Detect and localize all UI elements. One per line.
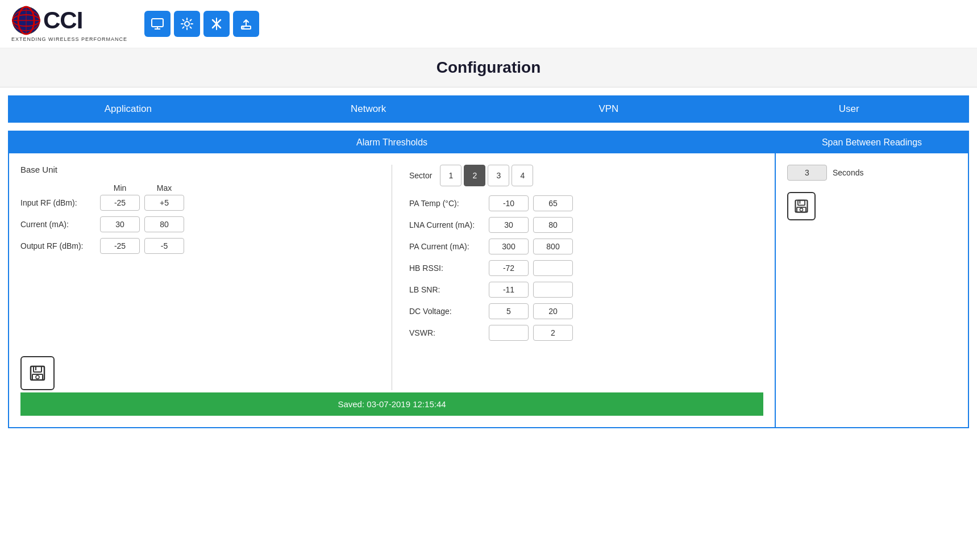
- hb-rssi-max[interactable]: [533, 260, 573, 276]
- base-current-max[interactable]: [144, 216, 184, 232]
- pa-temp-inputs: [489, 195, 573, 211]
- pa-temp-label: PA Temp (°C):: [409, 199, 489, 208]
- base-input-rf-inputs: [100, 195, 184, 211]
- gear-button[interactable]: [174, 11, 200, 37]
- lb-snr-min[interactable]: [489, 282, 529, 298]
- vswr-inputs: [489, 325, 573, 341]
- tab-application[interactable]: Application: [8, 95, 248, 123]
- pa-temp-max[interactable]: [533, 195, 573, 211]
- pa-current-row: PA Current (mA):: [409, 239, 763, 254]
- tab-vpn[interactable]: VPN: [489, 95, 729, 123]
- svg-rect-6: [152, 19, 163, 27]
- lb-snr-row: LB SNR:: [409, 282, 763, 298]
- min-col-header: Min: [100, 183, 140, 193]
- lb-snr-inputs: [489, 282, 573, 298]
- base-current-row: Current (mA):: [20, 216, 375, 232]
- dc-voltage-label: DC Voltage:: [409, 307, 489, 316]
- vswr-min[interactable]: [489, 325, 529, 341]
- span-save-icon: [793, 198, 809, 214]
- logo-area: CCI EXTENDING WIRELESS PERFORMANCE: [11, 6, 127, 42]
- base-output-rf-row: Output RF (dBm):: [20, 238, 375, 254]
- svg-point-23: [800, 208, 803, 211]
- base-output-rf-min[interactable]: [100, 238, 140, 254]
- svg-point-9: [185, 22, 189, 26]
- base-output-rf-inputs: [100, 238, 184, 254]
- base-current-inputs: [100, 216, 184, 232]
- main-area: Alarm Thresholds Base Unit Min Max: [0, 123, 977, 436]
- svg-rect-16: [34, 366, 41, 372]
- pa-current-inputs: [489, 239, 573, 254]
- logo-text: CCI: [43, 9, 82, 32]
- seconds-row: Seconds: [787, 165, 957, 181]
- base-output-rf-label: Output RF (dBm):: [20, 241, 100, 250]
- lna-current-max[interactable]: [533, 217, 573, 233]
- dc-voltage-inputs: [489, 303, 573, 319]
- monitor-icon: [151, 18, 164, 30]
- left-panel-body: Base Unit Min Max Input RF (dBm):: [9, 153, 775, 427]
- pa-current-label: PA Current (mA):: [409, 242, 489, 251]
- left-panel: Alarm Thresholds Base Unit Min Max: [8, 131, 776, 428]
- base-unit-title: Base Unit: [20, 165, 375, 174]
- max-col-header: Max: [144, 183, 184, 193]
- tools-button[interactable]: [203, 11, 230, 37]
- lna-current-label: LNA Current (mA):: [409, 220, 489, 229]
- monitor-button[interactable]: [144, 11, 171, 37]
- vswr-max[interactable]: [533, 325, 573, 341]
- page-title-bar: Configuration: [0, 48, 977, 87]
- lb-snr-max[interactable]: [533, 282, 573, 298]
- span-readings-header: Span Between Readings: [776, 132, 968, 153]
- base-unit-save-button[interactable]: [20, 356, 55, 390]
- pa-current-min[interactable]: [489, 239, 529, 254]
- base-unit-col-headers: Min Max: [100, 183, 375, 193]
- right-panel: Span Between Readings Seconds: [776, 131, 969, 428]
- upload-icon: [240, 18, 252, 30]
- vswr-label: VSWR:: [409, 328, 489, 337]
- lna-current-min[interactable]: [489, 217, 529, 233]
- lna-current-inputs: [489, 217, 573, 233]
- hb-rssi-label: HB RSSI:: [409, 264, 489, 273]
- tools-icon: [210, 18, 223, 30]
- upload-button[interactable]: [233, 11, 259, 37]
- tab-network[interactable]: Network: [248, 95, 489, 123]
- base-input-rf-min[interactable]: [100, 195, 140, 211]
- pa-temp-row: PA Temp (°C):: [409, 195, 763, 211]
- dc-voltage-row: DC Voltage:: [409, 303, 763, 319]
- sector-btn-2[interactable]: 2: [464, 165, 485, 186]
- dc-voltage-min[interactable]: [489, 303, 529, 319]
- seconds-input[interactable]: [787, 165, 827, 181]
- pa-temp-min[interactable]: [489, 195, 529, 211]
- page-title: Configuration: [10, 58, 967, 77]
- dc-voltage-max[interactable]: [533, 303, 573, 319]
- hb-rssi-row: HB RSSI:: [409, 260, 763, 276]
- pa-current-max[interactable]: [533, 239, 573, 254]
- sector-btns: Sector 1 2 3 4: [409, 165, 763, 186]
- base-current-min[interactable]: [100, 216, 140, 232]
- lb-snr-label: LB SNR:: [409, 285, 489, 294]
- sector-btn-3[interactable]: 3: [488, 165, 509, 186]
- base-input-rf-label: Input RF (dBm):: [20, 198, 100, 207]
- sector-section: Sector 1 2 3 4 PA Temp (°C):: [392, 165, 763, 390]
- svg-rect-14: [242, 26, 244, 29]
- tab-user[interactable]: User: [729, 95, 969, 123]
- span-save-button[interactable]: [787, 192, 816, 220]
- base-current-label: Current (mA):: [20, 220, 100, 229]
- right-panel-body: Seconds: [776, 153, 968, 232]
- tab-nav: Application Network VPN User: [0, 87, 977, 123]
- vswr-row: VSWR:: [409, 325, 763, 341]
- sector-btn-1[interactable]: 1: [440, 165, 462, 186]
- gear-icon: [181, 18, 193, 30]
- header: CCI EXTENDING WIRELESS PERFORMANCE: [0, 0, 977, 48]
- main-grid: Alarm Thresholds Base Unit Min Max: [8, 131, 969, 428]
- status-bar: Saved: 03-07-2019 12:15:44: [20, 392, 763, 416]
- svg-point-18: [36, 375, 39, 379]
- alarm-thresholds-header: Alarm Thresholds: [9, 132, 775, 153]
- sector-btn-4[interactable]: 4: [512, 165, 533, 186]
- logo-subtitle: EXTENDING WIRELESS PERFORMANCE: [11, 36, 127, 42]
- svg-rect-19: [35, 366, 36, 370]
- base-input-rf-row: Input RF (dBm):: [20, 195, 375, 211]
- base-output-rf-max[interactable]: [144, 238, 184, 254]
- base-input-rf-max[interactable]: [144, 195, 184, 211]
- hb-rssi-min[interactable]: [489, 260, 529, 276]
- toolbar: [144, 11, 259, 37]
- lna-current-row: LNA Current (mA):: [409, 217, 763, 233]
